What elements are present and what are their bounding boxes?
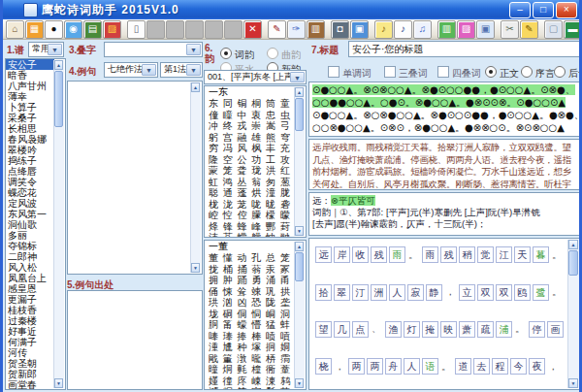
package-icon[interactable]: ▦	[25, 20, 44, 39]
checkbox-单调词[interactable]: 单调词	[328, 63, 372, 81]
radio-icon[interactable]	[485, 66, 497, 78]
rhyme-char-row[interactable]: 唪 琫 捧 棒 唝 嗊	[205, 331, 295, 343]
cipai-item[interactable]: 翠楼吟	[6, 145, 54, 155]
cipai-item[interactable]: 八声甘州	[6, 81, 54, 91]
char-box[interactable]: 灯	[404, 321, 420, 338]
char-box[interactable]: 两	[367, 358, 383, 375]
liju-listbox[interactable]: ▲ ▼	[67, 81, 203, 275]
edit-cut-icon[interactable]: ✎	[268, 20, 286, 39]
char-box[interactable]: 稍	[459, 246, 475, 263]
rhyme-char-row[interactable]: 湩 尰 种 塚 挏 姛	[205, 342, 295, 353]
cipai-item[interactable]: 定风波	[6, 198, 54, 209]
rhyme-char-row[interactable]: 僮 瞳 中 衷 忠 虫	[205, 110, 295, 121]
scroll-down-icon[interactable]: ▼	[191, 263, 200, 273]
char-box[interactable]: 掩	[422, 321, 438, 338]
rhyme-char-row[interactable]: 拢 桶 捅 蓊 汞 冢	[205, 264, 295, 276]
cipai-item[interactable]: 卜算子	[6, 102, 54, 113]
radio-icon[interactable]	[220, 48, 232, 59]
char-box-rhyme[interactable]: 浦	[496, 321, 512, 338]
char-box[interactable]: 去	[473, 358, 490, 375]
rhyme1-scrollbar[interactable]: ▲ ▼	[294, 87, 305, 236]
char-box[interactable]: 寂	[407, 284, 424, 301]
rhyme-char-row[interactable]: 拥 肿 踊 勇 涌 甬	[205, 275, 295, 286]
rhyme-char-row[interactable]: 冲 终 戎 崇 嵩 弓	[205, 120, 295, 132]
rhyme-char-row[interactable]: 隆 空 公 功 工 攻	[205, 154, 295, 166]
cipai-item[interactable]: 贺圣朝	[6, 358, 54, 369]
brush-icon[interactable]: ✑	[287, 20, 306, 39]
radio-序言[interactable]: 序言	[521, 63, 555, 81]
yun-combo[interactable]: 001、[平声]东冬 [上声▼	[204, 70, 307, 84]
scroll-thumb[interactable]	[295, 98, 304, 131]
cipai-item[interactable]: 洞仙歌	[6, 219, 54, 230]
char-box[interactable]: 双	[477, 284, 494, 301]
cipai-item[interactable]: 画堂春	[6, 379, 54, 390]
title-input[interactable]: 安公子·您的标题	[348, 41, 581, 57]
char-box[interactable]: 程	[492, 358, 508, 375]
scroll-thumb[interactable]	[295, 252, 304, 281]
grid-window-icon[interactable]: ▣	[476, 20, 495, 39]
pinkchart-icon[interactable]: ▨	[457, 20, 475, 39]
char-box-rhyme[interactable]: 鹭	[533, 284, 549, 301]
camera-icon[interactable]: ◘	[331, 20, 349, 39]
rhyme-char-row[interactable]: 胴 筩 蠓 懵 猛 蚌	[205, 319, 295, 331]
scroll-up-icon[interactable]: ▲	[191, 82, 200, 92]
checkbox-icon[interactable]	[437, 66, 449, 78]
grid-scrollbar[interactable]: ▲ ▼	[567, 240, 579, 388]
liju-source-textarea[interactable]	[67, 290, 203, 390]
pu-combo[interactable]: 常用▼	[28, 42, 64, 57]
rhyme-char-row[interactable]: 崆 悾 倥 朦 檬 曚	[205, 210, 295, 221]
cipai-item[interactable]: 东风第一	[6, 209, 54, 219]
rhyme-char-row[interactable]: 栊 泷 茏 咙 昽 砻	[205, 199, 295, 211]
cipai-item[interactable]: 捣练子	[6, 155, 54, 166]
char-box[interactable]: 收	[352, 246, 369, 263]
rhyme-char-row[interactable]: 嬞 徸 庝 崠 涷 鸫	[205, 376, 295, 387]
chevron-down-icon[interactable]: ▼	[186, 44, 201, 55]
cipai-item[interactable]: 春风袅娜	[6, 134, 54, 145]
chevron-down-icon[interactable]: ▼	[142, 64, 156, 76]
cipai-item[interactable]: 河传	[6, 347, 54, 358]
rhyme2-scrollbar[interactable]: ▲ ▼	[294, 242, 305, 388]
delete-icon[interactable]: ✕	[243, 20, 262, 39]
cipai-item[interactable]: 薄幸	[6, 91, 54, 102]
char-box[interactable]: 残	[440, 246, 457, 263]
rhyme-char-row[interactable]: 蒙 笼 聋 珑 洪 红	[205, 165, 295, 177]
minimize-button[interactable]: –	[509, 2, 531, 18]
radio-后记[interactable]: 后记	[554, 63, 582, 81]
rhyme-char-row[interactable]: 澒 粡 筒 宂 氄 茸	[205, 386, 295, 390]
char-box[interactable]: 鸥	[514, 284, 531, 301]
maximize-button[interactable]: □	[533, 2, 554, 18]
checkbox-icon[interactable]	[328, 66, 340, 78]
rhyme-char-row[interactable]: 虹 鸿 丛 翁 匆 葱	[205, 177, 295, 188]
cipai-item[interactable]: 安公子	[6, 59, 54, 70]
char-box[interactable]: 雨	[422, 246, 438, 263]
scroll-thumb[interactable]	[54, 71, 63, 127]
cipai-scrollbar[interactable]: ▲ ▼	[53, 60, 64, 388]
rhyme-char-row[interactable]: 躬 宫 融 雄 熊 穹	[205, 132, 295, 144]
chevron-down-icon[interactable]: ▼	[186, 64, 201, 76]
rhyme-char-row[interactable]: 戙 箽 潡 曨 梇 霘	[205, 353, 295, 365]
fa-combo[interactable]: 第1法▼	[160, 62, 203, 78]
char-box[interactable]: 江	[496, 246, 512, 263]
cipai-item[interactable]: 多丽	[6, 230, 54, 241]
cipai-item[interactable]: 二郎神	[6, 251, 54, 262]
scroll-down-icon[interactable]: ▼	[54, 378, 63, 388]
char-box[interactable]: 萧	[459, 321, 475, 338]
scroll-down-icon[interactable]: ▼	[568, 378, 578, 388]
rhyme-char-row[interactable]: 垅 硐 侗 恫 峒 洞	[205, 309, 295, 320]
rhyme-char-row[interactable]: 穷 冯 风 枫 丰 充	[205, 143, 295, 154]
cipai-item[interactable]: 采桑子	[6, 113, 54, 123]
chevron-down-icon[interactable]: ▼	[290, 72, 305, 82]
char-box[interactable]: 渔	[385, 321, 402, 338]
cipai-item[interactable]: 凤凰台上	[6, 273, 54, 283]
cipai-item[interactable]: 点绛唇	[6, 166, 54, 177]
char-box[interactable]: 拾	[315, 284, 332, 301]
scroll-up-icon[interactable]: ▲	[568, 240, 578, 249]
cipai-item[interactable]: 夺锦标	[6, 241, 54, 251]
char-box[interactable]: 觉	[477, 246, 494, 263]
rhyme-group2-listbox[interactable]: 一董 董 懂 动 孔 总 笼拢 桶 捅 蓊 汞 冢拥 肿 踊 勇 涌 甬俑 悚 …	[204, 240, 307, 390]
chevron-down-icon[interactable]: ▼	[48, 44, 62, 55]
radio-icon[interactable]	[521, 66, 533, 78]
char-box[interactable]: 疏	[477, 321, 494, 338]
cipai-item[interactable]: 好事近	[6, 326, 54, 337]
poem-box[interactable]: 远岸收残雨。雨残稍觉江天暮。拾翠汀洲人寂静，立双双鸥鹭。望几点、渔灯掩映萧疏浦。…	[308, 139, 581, 190]
